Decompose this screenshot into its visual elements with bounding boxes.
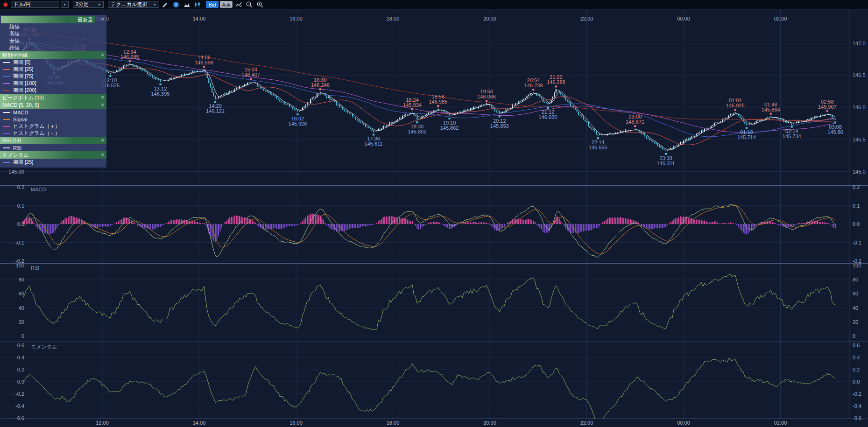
svg-text:146.395: 146.395 [151, 91, 170, 97]
svg-text:18:00: 18:00 [387, 16, 400, 21]
close-indicator-button[interactable]: × [101, 152, 104, 158]
svg-text:145.907: 145.907 [818, 104, 837, 110]
legend-item-row: 期間 [200] [0, 87, 106, 94]
svg-text:16:00: 16:00 [289, 420, 303, 426]
series-label: 期間 [25] [13, 159, 33, 166]
ohlc-label: 始値 [9, 23, 20, 30]
series-label: MACD [13, 110, 28, 115]
ask-button[interactable]: Ask [220, 1, 233, 8]
svg-text:146.596: 146.596 [195, 60, 213, 65]
close-indicator-button[interactable]: × [101, 102, 104, 108]
zoom-out-button[interactable] [245, 1, 254, 8]
svg-text:20: 20 [853, 319, 858, 325]
area-chart-style-button[interactable] [182, 1, 191, 8]
section-title: モメンタム [2, 152, 28, 159]
svg-text:145.802: 145.802 [408, 129, 426, 134]
indicator-settings-button[interactable] [234, 1, 243, 8]
section-title: MACD [5, 20, 9] [2, 102, 39, 108]
legend-section-header: RSI [14]× [0, 137, 106, 144]
series-color-swatch [3, 69, 10, 70]
svg-text:60: 60 [853, 291, 858, 296]
svg-text:-0.4: -0.4 [853, 403, 861, 409]
svg-text:00:00: 00:00 [677, 16, 690, 21]
svg-text:80: 80 [19, 277, 24, 282]
svg-text:20: 20 [19, 319, 24, 325]
legend-item-row: 期間 [25] [0, 66, 106, 73]
timeframe-select[interactable]: 2分足 ▼ [73, 1, 104, 8]
series-color-swatch [3, 162, 10, 163]
series-color-swatch [3, 90, 10, 91]
info-button[interactable] [171, 1, 181, 8]
series-color-swatch [3, 133, 10, 134]
legend-section-header: 移動平均線× [0, 51, 106, 59]
legend-item-row: 期間 [100] [0, 80, 106, 87]
close-indicator-button[interactable]: × [101, 95, 104, 100]
candlestick-chart-icon [194, 1, 201, 8]
section-title: RSI [14] [2, 138, 21, 143]
series-color-swatch [3, 62, 10, 63]
svg-text:145.985: 145.985 [429, 99, 447, 105]
svg-text:145.862: 145.862 [440, 125, 459, 131]
svg-text:145.80: 145.80 [827, 129, 843, 135]
svg-text:22:00: 22:00 [580, 16, 593, 21]
series-label: 期間 [25] [13, 66, 33, 73]
close-indicator-button[interactable]: × [101, 138, 104, 143]
svg-text:02:00: 02:00 [774, 16, 787, 21]
svg-text:147.0: 147.0 [853, 41, 866, 46]
legend-item-row: 期間 [75] [0, 73, 106, 80]
svg-text:100: 100 [16, 263, 24, 268]
svg-text:146.121: 146.121 [206, 108, 225, 114]
svg-text:40: 40 [19, 305, 24, 311]
zoom-in-icon [256, 1, 264, 8]
pair-dropdown-button[interactable]: ▼ [61, 1, 69, 8]
svg-text:146.5: 146.5 [853, 72, 866, 78]
status-dot-icon [3, 2, 8, 7]
series-color-swatch [3, 126, 10, 127]
chart-area[interactable]: 10:30147.03411:00146.56611:32146.7612:10… [0, 0, 868, 427]
technical-select[interactable]: テクニカル選択 ▼ [108, 1, 159, 8]
svg-text:146.0: 146.0 [853, 105, 866, 110]
technical-label: テクニカル選択 [111, 1, 147, 8]
draw-tool-button[interactable] [161, 1, 170, 8]
svg-text:0.1: 0.1 [853, 203, 860, 209]
svg-text:16:00: 16:00 [289, 16, 303, 21]
svg-text:145.893: 145.893 [490, 123, 509, 129]
svg-text:145.714: 145.714 [737, 134, 756, 140]
svg-text:-0.6: -0.6 [853, 415, 861, 421]
svg-text:0.6: 0.6 [17, 343, 24, 348]
zoom-in-button[interactable] [255, 1, 265, 8]
close-latest-button[interactable]: × [101, 16, 104, 22]
series-label: ヒストグラム（＋） [13, 123, 60, 130]
svg-text:145.926: 145.926 [289, 121, 307, 126]
legend-ohlc-row: 高値 [0, 30, 106, 37]
pair-select[interactable]: ドル/円 [11, 1, 59, 8]
svg-text:02:00: 02:00 [774, 420, 787, 426]
legend-item-row: MACD [0, 109, 106, 116]
svg-text:22:00: 22:00 [580, 420, 593, 426]
legend-ohlc-row: 安値 [0, 37, 106, 44]
svg-text:0.2: 0.2 [17, 367, 24, 372]
svg-text:00:00: 00:00 [677, 420, 690, 426]
svg-text:146.685: 146.685 [120, 54, 139, 60]
bid-button[interactable]: Bid [206, 1, 219, 8]
chart-settings-icon [235, 1, 242, 8]
svg-text:0: 0 [21, 333, 24, 339]
latest-bar-title: 最新足 [78, 16, 93, 23]
chevron-down-icon: ▼ [98, 3, 101, 6]
legend-item-row: ヒストグラム（＋） [0, 123, 106, 130]
svg-text:145.00: 145.00 [8, 169, 24, 175]
svg-text:0.0: 0.0 [17, 379, 24, 385]
svg-text:145.671: 145.671 [626, 119, 644, 125]
candle-chart-style-button[interactable] [193, 1, 202, 8]
legend-latest-header: 最新足× [0, 15, 106, 23]
svg-text:0.2: 0.2 [853, 367, 860, 372]
toolbar: ドル/円 ▼ 2分足 ▼ テクニカル選択 ▼ [0, 0, 868, 9]
chart-canvas: 10:30147.03411:00146.56611:32146.7612:10… [0, 0, 868, 427]
svg-text:-0.4: -0.4 [15, 403, 24, 409]
svg-text:20:00: 20:00 [483, 16, 496, 21]
svg-text:MACD: MACD [31, 187, 46, 192]
svg-text:-0.2: -0.2 [853, 391, 861, 397]
close-indicator-button[interactable]: × [101, 52, 104, 58]
svg-text:145.934: 145.934 [403, 102, 422, 108]
svg-text:0.2: 0.2 [853, 184, 860, 190]
